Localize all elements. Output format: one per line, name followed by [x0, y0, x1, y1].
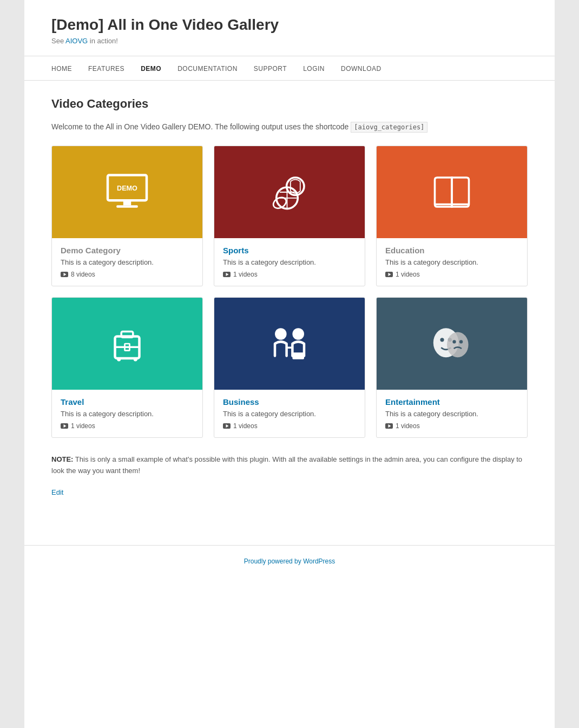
category-card-sports: SportsThis is a category description.1 v…: [214, 146, 365, 286]
nav-link-demo[interactable]: DEMO: [141, 65, 161, 73]
category-info-business: BusinessThis is a category description.1…: [214, 390, 365, 437]
category-card-entertainment: EntertainmentThis is a category descript…: [376, 297, 528, 438]
svg-point-28: [459, 340, 463, 344]
category-name-business[interactable]: Business: [223, 397, 356, 406]
category-description-education: This is a category description.: [385, 258, 518, 266]
aiovg-link[interactable]: AIOVG: [65, 37, 88, 45]
category-info-education: EducationThis is a category description.…: [377, 238, 527, 286]
video-count-text: 1 videos: [396, 422, 420, 430]
nav-link-documentation[interactable]: DOCUMENTATION: [177, 65, 238, 73]
category-name-sports[interactable]: Sports: [223, 246, 356, 255]
category-name-education: Education: [385, 246, 518, 255]
video-play-icon: [223, 272, 231, 277]
category-name-entertainment[interactable]: Entertainment: [385, 397, 518, 406]
nav-link-support[interactable]: SUPPORT: [254, 65, 287, 73]
page-wrapper: [Demo] All in One Video Gallery See AIOV…: [24, 0, 555, 728]
svg-rect-3: [116, 206, 138, 208]
intro-prefix: Welcome to the All in One Video Gallery …: [51, 122, 348, 131]
category-info-entertainment: EntertainmentThis is a category descript…: [377, 390, 527, 437]
video-count-text: 1 videos: [396, 271, 420, 278]
nav-link-login[interactable]: LOGIN: [303, 65, 325, 73]
category-description-sports: This is a category description.: [223, 258, 356, 266]
svg-point-26: [447, 332, 469, 358]
category-card-demo: DEMO Demo CategoryThis is a category des…: [51, 146, 203, 286]
nav-item-login: LOGIN: [303, 64, 325, 73]
svg-rect-2: [123, 201, 131, 206]
video-play-icon: [385, 423, 393, 429]
category-info-demo: Demo CategoryThis is a category descript…: [52, 238, 202, 286]
category-thumbnail-sports[interactable]: [214, 146, 365, 238]
site-tagline: See AIOVG in action!: [51, 37, 528, 45]
edit-link[interactable]: Edit: [51, 488, 63, 496]
category-card-travel: TravelThis is a category description.1 v…: [51, 297, 203, 438]
category-description-demo: This is a category description.: [61, 258, 194, 266]
video-count-text: 8 videos: [71, 271, 95, 278]
shortcode: [aiovg_categories]: [351, 122, 427, 133]
category-count-business: 1 videos: [223, 422, 356, 430]
category-count-entertainment: 1 videos: [385, 422, 518, 430]
svg-point-19: [275, 329, 287, 340]
nav-item-download: DOWNLOAD: [341, 64, 381, 73]
category-description-travel: This is a category description.: [61, 410, 194, 418]
category-description-entertainment: This is a category description.: [385, 410, 518, 418]
svg-point-24: [440, 338, 444, 342]
category-thumbnail-entertainment[interactable]: [377, 298, 527, 390]
video-play-icon: [61, 423, 68, 429]
tagline-text: See: [51, 37, 65, 45]
category-count-demo: 8 videos: [61, 271, 194, 278]
nav-item-features: FEATURES: [88, 64, 124, 73]
category-info-travel: TravelThis is a category description.1 v…: [52, 390, 202, 437]
nav-list: HOMEFEATURESDEMODOCUMENTATIONSUPPORTLOGI…: [51, 64, 528, 73]
video-play-icon: [61, 272, 68, 277]
category-thumbnail-travel[interactable]: [52, 298, 202, 390]
main-nav: HOMEFEATURESDEMODOCUMENTATIONSUPPORTLOGI…: [24, 56, 555, 81]
category-thumbnail-business[interactable]: [214, 298, 365, 390]
nav-item-support: SUPPORT: [254, 64, 287, 73]
intro-text: Welcome to the All in One Video Gallery …: [51, 121, 528, 133]
video-play-icon: [223, 423, 231, 429]
category-thumbnail-education: [377, 146, 527, 238]
category-count-travel: 1 videos: [61, 422, 194, 430]
category-description-business: This is a category description.: [223, 410, 356, 418]
page-title: Video Categories: [51, 97, 528, 111]
note-label: NOTE:: [51, 455, 73, 463]
category-card-education: EducationThis is a category description.…: [376, 146, 528, 286]
categories-grid: DEMO Demo CategoryThis is a category des…: [51, 146, 528, 438]
note-body: This is only a small example of what's p…: [51, 455, 522, 475]
svg-point-17: [117, 358, 121, 362]
note-section: NOTE: This is only a small example of wh…: [51, 454, 528, 477]
video-count-text: 1 videos: [233, 271, 258, 278]
svg-point-18: [134, 358, 137, 362]
main-content: Video Categories Welcome to the All in O…: [24, 81, 555, 513]
category-thumbnail-demo: DEMO: [52, 146, 202, 238]
category-count-education: 1 videos: [385, 271, 518, 278]
svg-rect-14: [121, 332, 133, 338]
nav-link-home[interactable]: HOME: [51, 65, 72, 73]
svg-text:DEMO: DEMO: [117, 185, 137, 193]
svg-rect-21: [292, 353, 304, 360]
nav-item-home: HOME: [51, 64, 72, 73]
site-header: [Demo] All in One Video Gallery See AIOV…: [24, 0, 555, 56]
nav-item-demo: DEMO: [141, 64, 161, 73]
tagline-suffix: in action!: [88, 37, 118, 45]
category-info-sports: SportsThis is a category description.1 v…: [214, 238, 365, 286]
svg-point-20: [292, 329, 304, 340]
video-count-text: 1 videos: [71, 422, 95, 430]
site-title: [Demo] All in One Video Gallery: [51, 16, 528, 34]
video-play-icon: [385, 272, 393, 277]
footer: Proudly powered by WordPress: [24, 545, 555, 576]
category-name-demo: Demo Category: [61, 246, 194, 255]
svg-point-27: [452, 340, 456, 344]
category-count-sports: 1 videos: [223, 271, 356, 278]
category-name-travel[interactable]: Travel: [61, 397, 194, 406]
nav-link-features[interactable]: FEATURES: [88, 65, 124, 73]
nav-item-documentation: DOCUMENTATION: [177, 64, 238, 73]
category-card-business: BusinessThis is a category description.1…: [214, 297, 365, 438]
nav-link-download[interactable]: DOWNLOAD: [341, 65, 381, 73]
video-count-text: 1 videos: [233, 422, 258, 430]
footer-link[interactable]: Proudly powered by WordPress: [244, 558, 335, 565]
